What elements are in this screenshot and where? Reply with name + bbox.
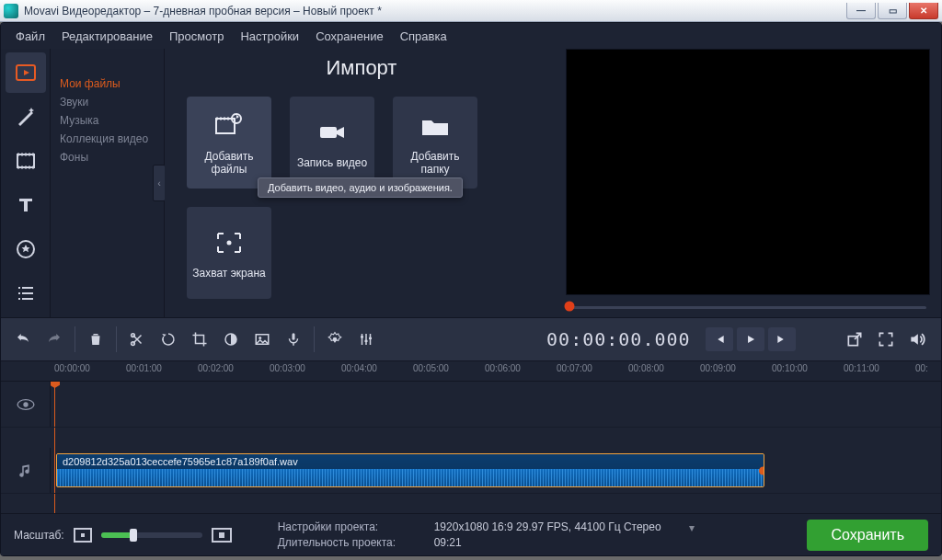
sidebar-titles[interactable] [6, 185, 46, 225]
category-backgrounds[interactable]: Фоны [60, 148, 155, 166]
menu-file[interactable]: Файл [16, 29, 45, 43]
svg-rect-5 [320, 127, 337, 138]
category-video-collection[interactable]: Коллекция видео [60, 130, 155, 148]
redo-icon [46, 331, 63, 348]
play-icon [744, 333, 757, 346]
film-play-icon [15, 62, 37, 84]
collapse-categories-button[interactable]: ‹ [153, 165, 166, 201]
text-icon [15, 194, 37, 216]
svg-rect-15 [365, 340, 368, 342]
toolbar: 00:00:00.000 [1, 317, 941, 361]
waveform [57, 469, 764, 486]
window-close-button[interactable]: ✕ [909, 3, 938, 19]
audio-track-head[interactable] [1, 448, 51, 493]
microphone-icon [285, 331, 302, 348]
tile-add-files[interactable]: Добавить файлы [187, 97, 271, 189]
timecode-display: 00:00:00.000 [537, 328, 700, 350]
category-my-files[interactable]: Мои файлы [60, 74, 155, 93]
progress-knob[interactable] [565, 302, 575, 312]
folder-icon [419, 109, 452, 143]
video-track[interactable] [1, 382, 941, 428]
media-files-icon [213, 109, 246, 143]
svg-rect-12 [293, 333, 295, 340]
ruler-tick: 00: [915, 363, 928, 373]
redo-button[interactable] [41, 326, 67, 352]
category-music[interactable]: Музыка [60, 111, 155, 130]
volume-button[interactable] [904, 326, 930, 352]
prev-frame-button[interactable] [706, 327, 733, 351]
project-settings-label: Настройки проекта: [278, 520, 407, 533]
tile-label: Запись видео [297, 156, 367, 169]
settings-button[interactable] [322, 326, 348, 352]
tile-screen-capture[interactable]: Захват экрана [187, 207, 271, 299]
zoom-slider[interactable] [101, 532, 202, 538]
video-track-head[interactable] [1, 382, 51, 427]
timeline-ruler[interactable]: 00:00:0000:01:0000:02:0000:03:0000:04:00… [1, 361, 941, 382]
sidebar-transitions[interactable] [6, 141, 46, 181]
tile-label: Добавить файлы [190, 150, 268, 176]
rotate-icon [160, 331, 177, 348]
fullscreen-button[interactable] [873, 326, 899, 352]
crop-button[interactable] [187, 326, 213, 352]
save-button[interactable]: Сохранить [807, 520, 928, 551]
preview-progress[interactable] [569, 301, 926, 312]
skip-back-icon [713, 333, 726, 346]
menu-help[interactable]: Справка [400, 29, 447, 43]
svg-point-11 [258, 337, 261, 339]
ruler-tick: 00:09:00 [700, 363, 736, 373]
menubar: Файл Редактирование Просмотр Настройки С… [1, 23, 941, 49]
timeline-tracks: d209812d325a013ceccefe75965e1c87a189f0af… [1, 382, 941, 513]
clip-end-handle[interactable] [759, 466, 764, 474]
play-button[interactable] [737, 327, 764, 351]
sidebar-import[interactable] [6, 52, 46, 93]
rotate-button[interactable] [155, 326, 181, 352]
next-frame-button[interactable] [768, 327, 796, 351]
delete-button[interactable] [83, 326, 109, 352]
image-button[interactable] [249, 326, 275, 352]
sidebar-more[interactable] [6, 273, 46, 314]
tile-add-folder[interactable]: Добавить папку [393, 97, 477, 189]
svg-rect-14 [361, 336, 363, 337]
timeline: 00:00:0000:01:0000:02:0000:03:0000:04:00… [1, 361, 941, 513]
ruler-tick: 00:08:00 [628, 363, 664, 373]
mic-button[interactable] [281, 326, 306, 352]
popout-icon [845, 330, 864, 349]
sidebar-stickers[interactable] [6, 229, 46, 269]
menu-edit[interactable]: Редактирование [62, 29, 153, 43]
menu-view[interactable]: Просмотр [169, 29, 224, 43]
menu-save[interactable]: Сохранение [316, 29, 384, 43]
equalizer-button[interactable] [353, 326, 379, 352]
window-title: Movavi Видеоредактор – 7-дневная пробная… [24, 5, 846, 17]
svg-point-19 [23, 402, 28, 406]
popout-button[interactable] [842, 326, 867, 352]
sidebar-filters[interactable] [6, 97, 46, 137]
app-icon [4, 4, 18, 18]
svg-rect-16 [369, 337, 372, 339]
crop-icon [191, 331, 208, 348]
ruler-tick: 00:02:00 [198, 363, 234, 373]
svg-rect-1 [17, 154, 34, 167]
window-minimize-button[interactable]: — [846, 3, 876, 19]
tile-label: Захват экрана [192, 267, 265, 280]
tile-record-video[interactable]: Запись видео [290, 97, 374, 189]
music-note-icon [17, 463, 34, 479]
zoom-in-icon[interactable] [212, 528, 232, 543]
zoom-knob[interactable] [130, 529, 137, 542]
ruler-tick: 00:04:00 [341, 363, 377, 373]
audio-clip[interactable]: d209812d325a013ceccefe75965e1c87a189f0af… [56, 453, 764, 487]
menu-settings[interactable]: Настройки [240, 29, 299, 43]
project-duration-value: 09:21 [434, 536, 462, 549]
audio-track[interactable]: d209812d325a013ceccefe75965e1c87a189f0af… [1, 448, 941, 494]
zoom-out-icon[interactable] [74, 528, 92, 543]
skip-forward-icon [775, 333, 788, 346]
ruler-tick: 00:06:00 [485, 363, 521, 373]
import-title: Импорт [165, 56, 558, 80]
volume-icon [908, 330, 926, 349]
category-sounds[interactable]: Звуки [60, 93, 155, 111]
cut-button[interactable] [124, 326, 150, 352]
color-button[interactable] [218, 326, 244, 352]
window-maximize-button[interactable]: ▭ [878, 3, 907, 19]
project-settings-open[interactable]: ▾ [689, 521, 695, 534]
fullscreen-icon [877, 330, 895, 349]
undo-button[interactable] [10, 326, 36, 352]
